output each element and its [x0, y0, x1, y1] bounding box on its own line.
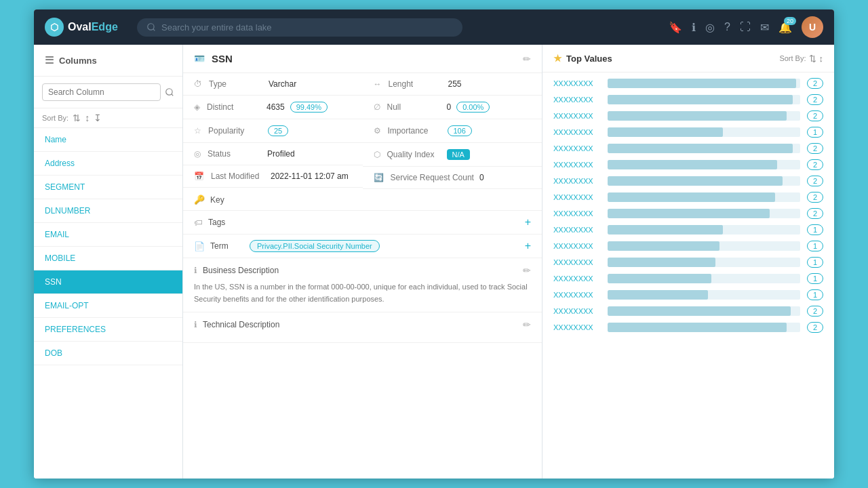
top-value-label: XXXXXXXX — [553, 323, 601, 331]
global-search-input[interactable] — [161, 22, 453, 33]
panel-header: 🪪 SSN ✏ — [183, 45, 542, 73]
distinct-label: Distinct — [207, 102, 261, 112]
top-value-bar-wrap — [608, 176, 800, 186]
sidebar-item-address[interactable]: Address — [34, 152, 182, 176]
sidebar-item-mobile[interactable]: MOBILE — [34, 247, 182, 270]
top-value-count: 1 — [807, 273, 823, 284]
sidebar-item-segment[interactable]: SEGMENT — [34, 176, 182, 199]
top-value-label: XXXXXXXX — [553, 242, 601, 250]
sidebar-item-name[interactable]: Name — [34, 128, 182, 152]
service-request-row: 🔄 Service Request Count 0 — [363, 167, 542, 189]
top-value-bar-fill — [608, 241, 719, 251]
key-icon: 🔑 — [194, 195, 205, 205]
sidebar-item-email-opt[interactable]: EMAIL-OPT — [34, 294, 182, 318]
top-value-count: 2 — [807, 143, 823, 154]
sort-label: Sort By: — [42, 114, 68, 122]
app-window: ⬡ OvalEdge 🔖 ℹ ◎ ? ⛶ ✉ 🔔 20 U — [34, 9, 834, 479]
edit-business-desc-icon[interactable]: ✏ — [523, 265, 531, 276]
top-value-bar-fill — [608, 95, 793, 104]
top-value-count: 2 — [807, 94, 823, 105]
importance-row: ⚙ Importance 106 — [363, 119, 542, 143]
sidebar-item-email[interactable]: EMAIL — [34, 223, 182, 247]
mail-icon[interactable]: ✉ — [760, 21, 769, 34]
top-value-label: XXXXXXXX — [553, 161, 601, 169]
sidebar-item-ssn[interactable]: SSN — [34, 270, 182, 294]
sort-other-icon[interactable]: ↧ — [94, 113, 102, 123]
top-value-label: XXXXXXXX — [553, 307, 601, 315]
sidebar-item-dob[interactable]: DOB — [34, 342, 182, 365]
type-label: Type — [209, 79, 263, 89]
expand-icon[interactable]: ⛶ — [740, 21, 751, 33]
right-panel-header: ★ Top Values Sort By: ⇅ ↕ — [542, 45, 834, 73]
navbar: ⬡ OvalEdge 🔖 ℹ ◎ ? ⛶ ✉ 🔔 20 U — [34, 9, 834, 45]
global-search[interactable] — [137, 18, 462, 37]
service-value: 0 — [479, 173, 484, 182]
top-value-label: XXXXXXXX — [553, 258, 601, 266]
top-value-label: XXXXXXXX — [553, 112, 601, 120]
term-icon: 📄 — [194, 241, 205, 251]
edit-column-icon[interactable]: ✏ — [523, 54, 531, 64]
null-icon: ∅ — [374, 102, 380, 112]
nav-icons: 🔖 ℹ ◎ ? ⛶ ✉ 🔔 20 U — [669, 16, 823, 38]
sidebar-item-dlnumber[interactable]: DLNUMBER — [34, 199, 182, 223]
type-row: ⏱ Type Varchar — [183, 73, 363, 96]
bookmark-icon[interactable]: 🔖 — [669, 21, 682, 34]
distinct-row: ◈ Distinct 4635 99.49% — [183, 96, 363, 119]
top-value-label: XXXXXXXX — [553, 193, 601, 201]
sort-desc-icon[interactable]: ↕ — [819, 54, 824, 64]
tech-desc-icon: ℹ — [194, 320, 197, 329]
avatar[interactable]: U — [802, 16, 823, 38]
top-value-bar-fill — [608, 79, 796, 88]
top-value-row: XXXXXXXX 1 — [542, 238, 834, 254]
edit-tech-desc-icon[interactable]: ✏ — [523, 319, 531, 330]
notification-icon[interactable]: 🔔 20 — [778, 21, 792, 34]
question-icon[interactable]: ? — [724, 21, 730, 33]
quality-index-row: ⬡ Quality Index N/A — [363, 143, 542, 167]
top-value-label: XXXXXXXX — [553, 177, 601, 185]
logo-text: OvalEdge — [68, 21, 118, 33]
top-value-bar-wrap — [608, 160, 800, 169]
term-chip[interactable]: Privacy.PII.Social Security Number — [250, 240, 380, 252]
top-value-count: 1 — [807, 257, 823, 268]
search-icon — [146, 22, 156, 32]
top-values-label: Top Values — [566, 54, 612, 64]
top-value-row: XXXXXXXX 2 — [542, 108, 834, 124]
add-tag-button[interactable]: + — [525, 216, 531, 228]
service-label: Service Request Count — [391, 173, 474, 182]
top-value-label: XXXXXXXX — [553, 79, 601, 87]
sort-az-icon[interactable]: ⇅ — [73, 113, 81, 123]
sort-za-icon[interactable]: ↕ — [85, 113, 90, 123]
type-icon: ⏱ — [194, 79, 202, 89]
sort-by-label: Sort By: — [779, 54, 806, 62]
info-icon[interactable]: ℹ — [692, 21, 696, 34]
top-value-bar-wrap — [608, 127, 800, 137]
sidebar-item-preferences[interactable]: PREFERENCES — [34, 318, 182, 342]
top-value-label: XXXXXXXX — [553, 274, 601, 283]
star-icon: ★ — [553, 53, 562, 64]
top-value-row: XXXXXXXX 2 — [542, 189, 834, 205]
top-value-bar-wrap — [608, 209, 800, 218]
top-value-bar-fill — [608, 144, 793, 153]
sort-asc-icon[interactable]: ⇅ — [809, 54, 816, 64]
search-column-input[interactable] — [42, 83, 161, 101]
logo: ⬡ OvalEdge — [45, 18, 126, 37]
add-term-button[interactable]: + — [525, 240, 531, 252]
top-value-bar-fill — [608, 290, 708, 300]
main-content: ☰ Columns Sort By: ⇅ ↕ ↧ NameAddressSEGM… — [34, 45, 834, 479]
term-row: 📄 Term Privacy.PII.Social Security Numbe… — [183, 235, 542, 258]
sidebar-title: Columns — [59, 56, 97, 66]
top-value-bar-fill — [608, 127, 723, 137]
search-col-icon[interactable] — [165, 87, 174, 97]
ssn-header-icon: 🪪 — [194, 54, 205, 64]
help-circle-icon[interactable]: ◎ — [705, 21, 715, 34]
top-value-bar-fill — [608, 111, 787, 121]
quality-badge: N/A — [447, 149, 470, 160]
top-value-bar-fill — [608, 274, 711, 283]
top-value-bar-fill — [608, 323, 787, 332]
top-value-row: XXXXXXXX 2 — [542, 157, 834, 173]
top-value-count: 1 — [807, 241, 823, 251]
top-value-count: 2 — [807, 159, 823, 170]
distinct-pct-badge: 99.49% — [290, 102, 328, 113]
sidebar: ☰ Columns Sort By: ⇅ ↕ ↧ NameAddressSEGM… — [34, 45, 183, 479]
tech-desc-header: ℹ Technical Description ✏ — [194, 319, 531, 330]
